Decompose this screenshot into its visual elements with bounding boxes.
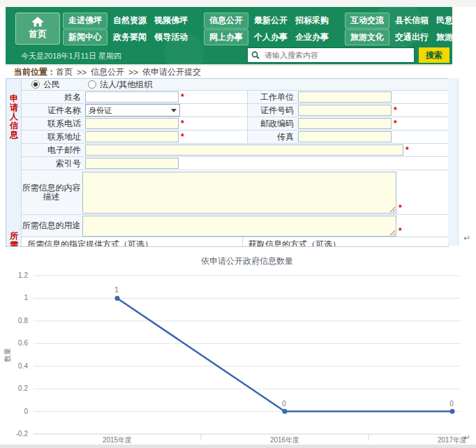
data-label: 1: [114, 286, 119, 294]
row-section-headers: 所需信息的指定提供方式（可选） 获取信息的方式（可选）: [22, 237, 448, 247]
nav-item-gerenbanshi[interactable]: 个人办事: [252, 29, 290, 45]
line-chart: -0.200.20.40.60.811.2依申请公开政府信息数量数量2015年度…: [0, 251, 476, 448]
required-mark: *: [399, 203, 402, 213]
postcode-input[interactable]: [298, 118, 392, 129]
form-section-label-needed-info: 所需: [9, 232, 19, 247]
data-label: 0: [449, 400, 454, 408]
y-tick-label: 0.2: [18, 384, 28, 392]
home-label: 首页: [29, 28, 47, 40]
y-tick-label: 1: [24, 294, 28, 301]
breadcrumb: 当前位置： 首页 >> 信息公开 >> 依申请公开提交: [6, 64, 452, 79]
work-unit-input[interactable]: [298, 91, 392, 103]
nav-item-xinwenzhongxin[interactable]: 新闻中心: [63, 29, 107, 45]
phone-label: 联系电话: [22, 117, 85, 130]
cert-type-select[interactable]: 身份证: [85, 104, 180, 117]
dropdown-arrow-icon: [171, 109, 177, 112]
y-tick-label: -0.2: [16, 430, 29, 438]
search-input[interactable]: [263, 49, 412, 61]
radio-organization[interactable]: 法人/其他组织: [88, 79, 152, 91]
purpose-label: 所需信息的用途: [22, 215, 82, 237]
nav-item-qiyebanshi[interactable]: 企业办事: [293, 29, 331, 45]
home-button[interactable]: 首页: [15, 13, 60, 45]
y-axis-title: 数量: [3, 348, 11, 363]
nav-item-xinxigongkai[interactable]: 信息公开: [204, 13, 248, 29]
row-index-no: 索引号: [22, 157, 448, 170]
nav-item-lvyouwenhua[interactable]: 旅游文化: [345, 29, 389, 45]
row-email: 电子邮件 *: [22, 144, 448, 157]
nav-item-minyizhengji[interactable]: 民意征集: [434, 13, 472, 29]
y-tick-label: 0.8: [18, 317, 28, 324]
main-navigation: 首页 走进佛坪 自然资源 视频佛坪 信息公开 最新公开 招标采购 互动交流 县长…: [6, 7, 452, 64]
purpose-textarea[interactable]: [82, 216, 396, 237]
fax-input[interactable]: [298, 131, 392, 142]
email-input[interactable]: [85, 144, 403, 156]
applicant-type-row: 公民 法人/其他组织: [22, 79, 448, 91]
nav-item-lingdaohuodong[interactable]: 领导活动: [152, 29, 190, 45]
name-label: 姓名: [22, 91, 85, 103]
page-top-strip: [0, 0, 476, 7]
nav-item-zoujinfoping[interactable]: 走进佛坪: [63, 13, 107, 29]
obtain-method-header: 获取信息的方式（可选）: [243, 237, 448, 247]
radio-selected-icon: [31, 80, 40, 89]
phone-input[interactable]: [85, 118, 179, 129]
x-tick-label: 2015年度: [103, 436, 132, 444]
nav-item-xianzhangxinxiang[interactable]: 县长信箱: [393, 13, 431, 29]
return-arrow-glyph: ↵: [463, 234, 470, 242]
nav-item-ziranziyuan[interactable]: 自然资源: [111, 13, 149, 29]
breadcrumb-home-link[interactable]: 首页: [56, 66, 73, 78]
nav-item-zhengwuyaowen[interactable]: 政务要闻: [111, 29, 149, 45]
postcode-label: 邮政编码: [247, 117, 298, 130]
date-text: 今天是2018年1月11日 星期四: [21, 51, 121, 61]
form-sidebar: 申请人信息 所需: [6, 79, 22, 246]
cert-type-value: 身份证: [89, 105, 112, 116]
page: 首页 走进佛坪 自然资源 视频佛坪 信息公开 最新公开 招标采购 互动交流 县长…: [0, 0, 476, 448]
breadcrumb-label: 当前位置：: [14, 66, 56, 78]
index-no-input[interactable]: [85, 158, 179, 169]
nav-item-zhaobiaocaigou[interactable]: 招标采购: [293, 13, 331, 29]
data-point[interactable]: [115, 296, 120, 301]
required-mark: *: [181, 119, 184, 128]
form-right-band: [448, 78, 459, 246]
y-tick-label: 1.2: [18, 271, 28, 279]
fax-label: 传真: [247, 130, 298, 143]
breadcrumb-info-link[interactable]: 信息公开: [91, 66, 124, 78]
nav-item-hudongjiaoliu[interactable]: 互动交流: [345, 13, 389, 29]
data-label: 0: [282, 400, 286, 408]
form-section-label-applicant: 申请人信息: [9, 94, 19, 140]
address-input[interactable]: [85, 131, 179, 142]
address-label: 联系地址: [22, 130, 85, 143]
nav-item-shipinfoping[interactable]: 视频佛坪: [152, 13, 190, 29]
nav-row-1: 走进佛坪 自然资源 视频佛坪 信息公开 最新公开 招标采购 互动交流 县长信箱 …: [63, 13, 451, 28]
row-purpose: 所需信息的用途 *: [22, 215, 448, 237]
search-button[interactable]: 搜索: [419, 47, 449, 63]
cert-name-label: 证件名称: [22, 104, 85, 117]
required-mark: *: [394, 119, 397, 128]
nav-item-zuixingongkai[interactable]: 最新公开: [252, 13, 290, 29]
row-content-desc: 所需信息的内容描述 *: [22, 170, 448, 215]
row-phone-postcode: 联系电话 * 邮政编码 *: [22, 117, 448, 130]
radio-citizen-label: 公民: [43, 79, 60, 91]
provide-method-header: 所需信息的指定提供方式（可选）: [22, 237, 243, 247]
name-input[interactable]: [85, 91, 179, 103]
breadcrumb-current: 依申请公开提交: [142, 66, 201, 78]
page-bottom-strip: [0, 445, 476, 448]
search-bar: 搜索: [247, 47, 449, 63]
nav-item-jiaotongchuxing[interactable]: 交通出行: [393, 29, 431, 45]
nav-item-lvyougongzuo[interactable]: 旅游工作: [434, 29, 472, 45]
content-desc-label: 所需信息的内容描述: [22, 170, 82, 214]
cert-no-input[interactable]: [298, 105, 392, 116]
nav-item-wangshangbanshi[interactable]: 网上办事: [204, 29, 248, 45]
required-mark: *: [181, 132, 184, 142]
content-desc-textarea[interactable]: [82, 172, 396, 214]
radio-unselected-icon: [88, 80, 96, 89]
radio-citizen[interactable]: 公民: [31, 79, 60, 91]
home-icon: [31, 17, 44, 27]
data-point[interactable]: [283, 409, 288, 414]
y-tick-label: 0.6: [18, 339, 28, 347]
data-point[interactable]: [450, 409, 455, 414]
required-mark: *: [394, 105, 397, 115]
y-tick-label: 0: [24, 408, 28, 415]
radio-organization-label: 法人/其他组织: [100, 79, 152, 91]
work-unit-label: 工作单位: [247, 91, 298, 103]
required-mark: *: [399, 226, 402, 236]
